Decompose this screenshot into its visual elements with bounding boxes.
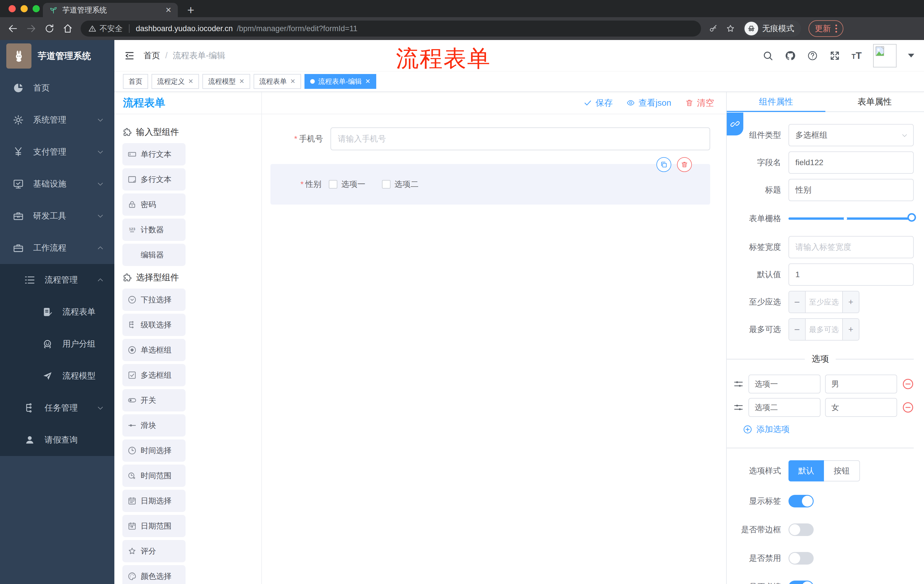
save-button[interactable]: 保存 [584, 97, 613, 109]
chip-editor[interactable]: 编辑器 [122, 244, 186, 266]
tag-process-form[interactable]: 流程表单✕ [254, 74, 301, 89]
clear-button[interactable]: 清空 [685, 97, 714, 109]
field-name-input[interactable] [789, 151, 914, 174]
view-json-button[interactable]: 查看json [626, 97, 671, 109]
border-toggle[interactable] [789, 523, 813, 536]
selected-gender-component[interactable]: 性别 选项一 选项二 [271, 164, 710, 204]
minimize-window-button[interactable] [21, 5, 28, 12]
sidebar-item-workflow[interactable]: 工作流程 [0, 232, 114, 264]
sidebar-item-task-mgmt[interactable]: 任务管理 [0, 392, 114, 424]
chip-date-picker[interactable]: 日期选择 [122, 490, 186, 512]
address-bar[interactable]: 不安全 dashboard.yudao.iocoder.cn/bpm/manag… [81, 21, 701, 36]
link-tab-button[interactable] [727, 113, 743, 135]
tab-form-props[interactable]: 表单属性 [825, 92, 924, 112]
chip-input[interactable]: 单行文本 [122, 143, 186, 165]
tag-process-form-edit[interactable]: 流程表单-编辑✕ [304, 74, 376, 89]
update-button[interactable]: 更新 [808, 20, 843, 37]
chip-checkbox-group[interactable]: 多选框组 [122, 364, 186, 386]
maximize-window-button[interactable] [33, 5, 40, 12]
forward-icon[interactable] [26, 23, 36, 34]
sidebar-item-infra[interactable]: 基础设施 [0, 168, 114, 200]
component-type-select[interactable] [789, 124, 914, 146]
disabled-toggle[interactable] [789, 552, 813, 564]
drag-handle-icon[interactable] [733, 378, 744, 390]
gender-option1-checkbox[interactable]: 选项一 [329, 179, 365, 190]
plus-button[interactable]: + [842, 319, 859, 340]
option-name-input[interactable] [749, 375, 820, 393]
user-avatar[interactable] [873, 44, 896, 67]
password-key-icon[interactable] [708, 24, 718, 33]
close-window-button[interactable] [8, 5, 16, 12]
sidebar-item-home[interactable]: 首页 [0, 72, 114, 104]
minus-button[interactable]: − [789, 291, 806, 313]
github-icon[interactable] [785, 50, 795, 61]
show-label-toggle[interactable] [789, 495, 813, 507]
delete-component-button[interactable] [677, 157, 692, 172]
drag-handle-icon[interactable] [733, 402, 744, 413]
chip-radio-group[interactable]: 单选框组 [122, 339, 186, 361]
chip-textarea[interactable]: 多行文本 [122, 168, 186, 191]
min-select-input[interactable] [806, 291, 842, 313]
slider-handle[interactable] [908, 213, 916, 222]
chip-slider[interactable]: 滑块 [122, 414, 186, 437]
remove-option-button[interactable] [902, 401, 914, 414]
new-tab-button[interactable]: + [187, 3, 195, 17]
chip-rate[interactable]: 评分 [122, 540, 186, 562]
sidebar-item-devtools[interactable]: 研发工具 [0, 200, 114, 232]
tag-process-definition[interactable]: 流程定义✕ [152, 74, 199, 89]
tag-home[interactable]: 首页 [123, 74, 148, 89]
label-width-input[interactable] [789, 236, 914, 258]
reload-icon[interactable] [44, 23, 55, 34]
remove-option-button[interactable] [902, 377, 914, 391]
max-select-input[interactable] [806, 319, 842, 340]
phone-field-input[interactable]: 请输入手机号 [330, 127, 710, 150]
required-toggle[interactable] [789, 581, 813, 584]
minus-button[interactable]: − [789, 319, 806, 340]
home-icon[interactable] [62, 23, 73, 34]
chip-color-picker[interactable]: 颜色选择 [122, 565, 186, 584]
close-icon[interactable]: ✕ [290, 78, 295, 85]
sidebar-item-process-mgmt[interactable]: 流程管理 [0, 264, 114, 296]
chip-password[interactable]: 密码 [122, 193, 186, 216]
grid-slider[interactable] [789, 207, 914, 230]
option-name-input[interactable] [749, 398, 820, 417]
fullscreen-icon[interactable] [829, 50, 840, 61]
font-size-icon[interactable]: TT [852, 50, 862, 61]
style-button-button[interactable]: 按钮 [824, 460, 860, 482]
sidebar-item-process-model[interactable]: 流程模型 [0, 360, 114, 392]
insecure-warning[interactable]: 不安全 [88, 23, 123, 34]
tab-component-props[interactable]: 组件属性 [727, 92, 825, 112]
tab-close-icon[interactable]: ✕ [165, 6, 172, 15]
option-value-input[interactable] [825, 375, 897, 393]
chip-counter[interactable]: 123计数器 [122, 219, 186, 241]
help-icon[interactable] [807, 50, 818, 61]
browser-tab[interactable]: 芋道管理系统 ✕ [43, 3, 178, 17]
gender-option2-checkbox[interactable]: 选项二 [382, 179, 419, 190]
collapse-sidebar-icon[interactable] [124, 50, 135, 61]
avatar-caret-icon[interactable] [908, 54, 914, 58]
chip-time-range[interactable]: 时间范围 [122, 465, 186, 487]
sidebar-item-user-group[interactable]: 用户分组 [0, 328, 114, 360]
chip-cascader[interactable]: 级联选择 [122, 314, 186, 336]
chip-date-range[interactable]: 日期范围 [122, 515, 186, 537]
window-controls[interactable] [8, 5, 40, 12]
option-value-input[interactable] [825, 398, 897, 417]
phone-field-row[interactable]: 手机号 请输入手机号 [273, 127, 710, 150]
bookmark-star-icon[interactable] [726, 24, 735, 33]
search-icon[interactable] [762, 50, 773, 61]
back-icon[interactable] [7, 23, 18, 34]
add-option-button[interactable]: 添加选项 [727, 424, 914, 435]
sidebar-item-payment[interactable]: 支付管理 [0, 136, 114, 168]
close-icon[interactable]: ✕ [188, 78, 193, 85]
sidebar-item-leave-query[interactable]: 请假查询 [0, 424, 114, 456]
chip-time-picker[interactable]: 时间选择 [122, 439, 186, 462]
chip-switch[interactable]: 开关 [122, 389, 186, 411]
close-icon[interactable]: ✕ [365, 78, 370, 85]
sidebar-item-system[interactable]: 系统管理 [0, 104, 114, 136]
copy-component-button[interactable] [657, 157, 671, 172]
style-default-button[interactable]: 默认 [789, 460, 824, 482]
tag-process-model[interactable]: 流程模型✕ [202, 74, 250, 89]
sidebar-item-process-form[interactable]: 流程表单 [0, 296, 114, 328]
browser-menu-icon[interactable] [835, 25, 837, 33]
plus-button[interactable]: + [842, 291, 859, 313]
